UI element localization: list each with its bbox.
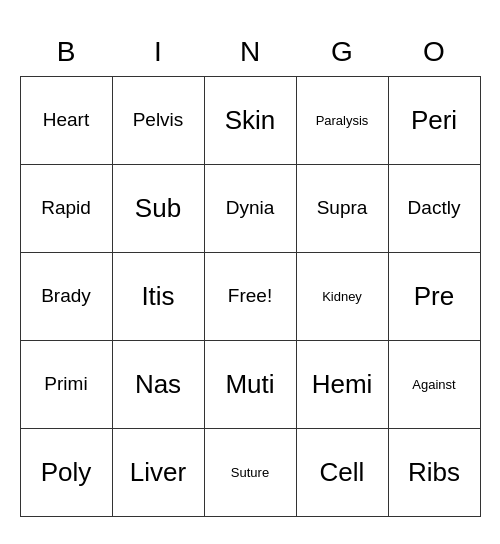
bingo-row: HeartPelvisSkinParalysisPeri [20, 76, 480, 164]
bingo-cell: Hemi [296, 340, 388, 428]
bingo-cell: Kidney [296, 252, 388, 340]
bingo-cell: Heart [20, 76, 112, 164]
bingo-cell: Cell [296, 428, 388, 516]
bingo-row: PolyLiverSutureCellRibs [20, 428, 480, 516]
bingo-cell: Rapid [20, 164, 112, 252]
bingo-cell: Suture [204, 428, 296, 516]
header-col: G [296, 28, 388, 77]
bingo-row: BradyItisFree!KidneyPre [20, 252, 480, 340]
bingo-row: RapidSubDyniaSupraDactly [20, 164, 480, 252]
bingo-cell: Nas [112, 340, 204, 428]
bingo-card: BINGO HeartPelvisSkinParalysisPeriRapidS… [20, 28, 481, 517]
bingo-cell: Pre [388, 252, 480, 340]
bingo-cell: Poly [20, 428, 112, 516]
bingo-cell: Primi [20, 340, 112, 428]
bingo-header: BINGO [20, 28, 480, 77]
header-col: B [20, 28, 112, 77]
bingo-cell: Sub [112, 164, 204, 252]
bingo-cell: Liver [112, 428, 204, 516]
bingo-cell: Brady [20, 252, 112, 340]
bingo-cell: Against [388, 340, 480, 428]
bingo-cell: Dynia [204, 164, 296, 252]
bingo-cell: Supra [296, 164, 388, 252]
bingo-cell: Dactly [388, 164, 480, 252]
header-col: I [112, 28, 204, 77]
header-col: N [204, 28, 296, 77]
bingo-cell: Peri [388, 76, 480, 164]
bingo-row: PrimiNasMutiHemiAgainst [20, 340, 480, 428]
bingo-cell: Ribs [388, 428, 480, 516]
bingo-cell: Itis [112, 252, 204, 340]
bingo-cell: Muti [204, 340, 296, 428]
header-col: O [388, 28, 480, 77]
bingo-cell: Skin [204, 76, 296, 164]
bingo-cell: Pelvis [112, 76, 204, 164]
bingo-cell: Paralysis [296, 76, 388, 164]
bingo-cell: Free! [204, 252, 296, 340]
